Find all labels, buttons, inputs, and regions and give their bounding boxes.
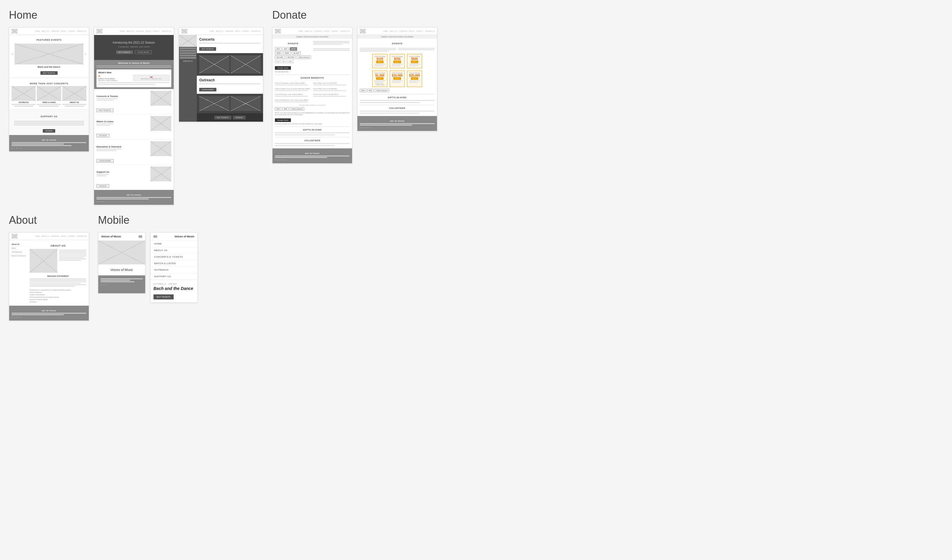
nav-concerts-3[interactable]: CONCERTS	[225, 30, 233, 32]
dc-btn-2[interactable]: SELECT	[392, 60, 403, 63]
about-nav-item-2[interactable]: Music	[12, 246, 28, 250]
social-dot-5[interactable]: ●	[21, 147, 22, 149]
amount-25[interactable]: $25	[282, 47, 289, 51]
mobile-nav-home[interactable]: HOME	[150, 241, 198, 247]
dc-btn-3[interactable]: SELECT	[409, 60, 420, 63]
nav-about-2[interactable]: ABOUT US	[127, 30, 134, 32]
d2-nav-about[interactable]: ABOUT US	[390, 30, 397, 32]
social-dot-4[interactable]: ●	[19, 147, 20, 149]
donate-stock-btn-1[interactable]: Donate Stock	[275, 66, 291, 70]
dc-select-3[interactable]: SELECT	[411, 60, 419, 63]
mf-dot-4[interactable]: ●	[106, 284, 107, 285]
a-social-3[interactable]: ●	[16, 316, 17, 318]
nav-watch-3[interactable]: WATCH	[235, 30, 240, 32]
d2-social-1[interactable]: ●	[360, 127, 361, 128]
hero-learn-more[interactable]: LEARN MORE	[135, 51, 152, 54]
dc-select-4[interactable]: SELECT	[376, 77, 384, 80]
amount-1000[interactable]: $1,000	[292, 51, 301, 55]
amount-other[interactable]: Other amount	[297, 56, 311, 59]
nav-contact-3[interactable]: CONTACT	[242, 30, 249, 32]
nav-support-2[interactable]: SUPPORT US	[162, 30, 171, 32]
nav-contact-2[interactable]: CONTACT	[153, 30, 160, 32]
nav-support-3[interactable]: SUPPORT US	[251, 30, 261, 32]
social-dot-2[interactable]: ●	[14, 147, 15, 149]
donate-btn-2[interactable]: DONATE	[96, 184, 109, 188]
sidebar-item-1[interactable]	[179, 48, 196, 49]
sidebar-item-5[interactable]	[179, 57, 196, 59]
sidebar-item-3[interactable]	[179, 52, 196, 54]
concerts-buy-tickets[interactable]: BUY TICKETS	[96, 109, 113, 112]
tax-info-1[interactable]: TAX INFORMATION →	[275, 71, 311, 73]
social-dot-6[interactable]: ●	[96, 201, 98, 202]
d-social-5[interactable]: ●	[284, 159, 285, 161]
nav-about-3[interactable]: ABOUT US	[216, 30, 223, 32]
prev-arrow[interactable]: <	[12, 52, 13, 56]
social-dot-8[interactable]: ●	[101, 201, 102, 202]
nav-watch-2[interactable]: WATCH	[146, 30, 151, 32]
a-social-2[interactable]: ●	[14, 316, 15, 318]
d2-social-4[interactable]: ●	[366, 127, 368, 128]
nav-concerts-2[interactable]: CONCERTS	[136, 30, 144, 32]
b-amount-25[interactable]: $25	[282, 107, 289, 111]
sidebar-item-2[interactable]	[179, 50, 196, 52]
nav-about-1[interactable]: ABOUT US	[42, 30, 49, 32]
buy-tickets-btn-1[interactable]: BUY TICKETS	[12, 69, 87, 75]
social-dot-7[interactable]: ●	[99, 201, 100, 202]
d-nav-watch[interactable]: WATCH	[324, 30, 329, 32]
d-nav-contact[interactable]: CONTACT	[331, 30, 338, 32]
sidebar-support-us[interactable]: SUPPORT US	[179, 59, 196, 63]
d2-b-amount-other[interactable]: Other amount	[375, 89, 389, 92]
amount-500[interactable]: $500	[283, 51, 291, 55]
mf-dot-3[interactable]: ●	[104, 284, 105, 285]
about-nav-item-3[interactable]: The Musician	[12, 250, 28, 254]
d-social-3[interactable]: ●	[279, 159, 281, 161]
mobile-nav-about[interactable]: ABOUT US	[150, 247, 198, 254]
d2-nav-concerts[interactable]: CONCERTS	[399, 30, 407, 32]
dc-btn-4[interactable]: SELECT	[374, 77, 385, 80]
nav-support-1[interactable]: SUPPORT US	[77, 30, 87, 32]
d-nav-concerts[interactable]: CONCERTS	[314, 30, 322, 32]
hero-buy-tickets[interactable]: BUY TICKETS	[116, 51, 133, 54]
d-social-1[interactable]: ●	[275, 159, 276, 161]
dc-select-1[interactable]: SELECT	[376, 60, 384, 63]
a-nav-about[interactable]: ABOUT US	[42, 235, 49, 237]
nav-concerts-1[interactable]: CONCERTS	[51, 30, 59, 32]
dc-btn-1[interactable]: SELECT	[374, 60, 385, 63]
amount-10[interactable]: $10	[275, 47, 281, 51]
donate-stock-btn-2[interactable]: Donate Stock	[275, 119, 291, 122]
hamburger-menu-1[interactable]	[139, 235, 142, 238]
amount-250[interactable]: $250	[275, 51, 282, 55]
about-nav-item-1[interactable]: About Us	[12, 242, 28, 246]
dc-btn-5[interactable]: SELECT	[392, 77, 403, 80]
d-social-2[interactable]: ●	[277, 159, 278, 161]
next-arrow[interactable]: >	[85, 52, 87, 56]
d2-social-3[interactable]: ●	[364, 127, 365, 128]
nav-home-2[interactable]: HOME	[120, 30, 125, 32]
mf-dot-2[interactable]: ●	[102, 284, 103, 285]
learn-more-btn-2[interactable]: LEARN MORE	[96, 159, 114, 163]
d2-b-amount-25[interactable]: $25	[367, 89, 374, 92]
mobile-nav-watch[interactable]: WATCH & LISTEN	[150, 260, 198, 267]
bottom-buy-tickets[interactable]: BUY TICKETS	[214, 116, 231, 119]
a-nav-concerts[interactable]: CONCERTS	[51, 235, 59, 237]
mf-dot-1[interactable]: ●	[100, 284, 102, 285]
outreach-learn-more[interactable]: LEARN MORE	[199, 88, 216, 91]
mobile-nav-concerts[interactable]: CONCERTS & TICKETS	[150, 254, 198, 260]
d-nav-support[interactable]: SUPPORT US	[340, 30, 350, 32]
a-social-4[interactable]: ●	[19, 316, 20, 318]
a-social-5[interactable]: ●	[21, 316, 22, 318]
dc-btn-6[interactable]: SELECT	[409, 77, 420, 80]
about-nav-item-4[interactable]: Board of Directors	[12, 254, 28, 258]
hamburger-menu-2[interactable]	[153, 235, 157, 238]
social-dot-1[interactable]: ●	[12, 147, 13, 149]
d-nav-home[interactable]: HOME	[298, 30, 303, 32]
sidebar-item-4[interactable]	[179, 55, 196, 56]
nav-home-1[interactable]: HOME	[36, 30, 40, 32]
social-dot-9[interactable]: ●	[103, 201, 105, 202]
nav-home-3[interactable]: HOME	[210, 30, 214, 32]
b-amount-other[interactable]: Other amount	[290, 107, 304, 111]
mobile-nav-support[interactable]: SUPPORT US	[150, 273, 198, 280]
d2-social-5[interactable]: ●	[369, 127, 370, 128]
amount-10000[interactable]: $10,000	[275, 56, 285, 59]
nav-watch-1[interactable]: WATCH	[61, 30, 66, 32]
